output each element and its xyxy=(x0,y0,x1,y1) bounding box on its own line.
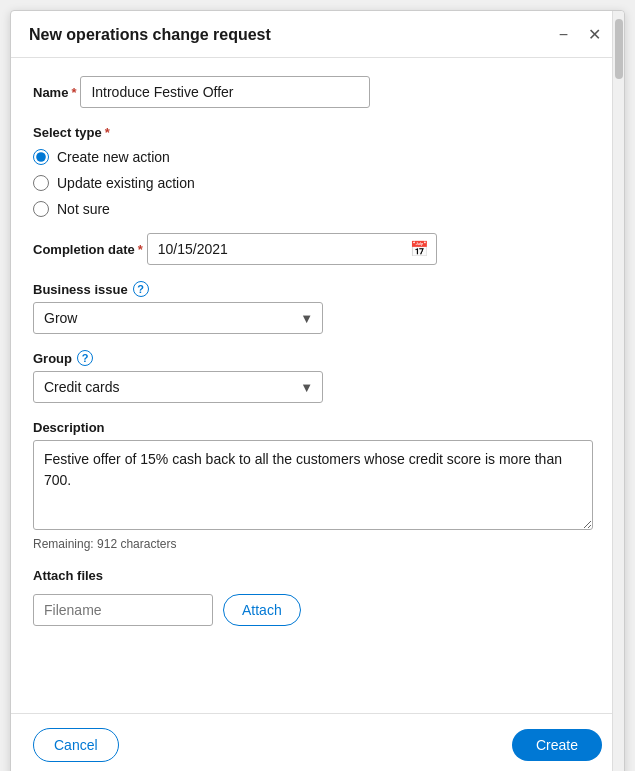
dialog-container: New operations change request − ✕ Name *… xyxy=(10,10,625,771)
dialog-footer: Cancel Create xyxy=(11,713,624,771)
business-issue-group: Business issue ? Grow Retain Acquire ▼ xyxy=(33,281,602,334)
cancel-button[interactable]: Cancel xyxy=(33,728,119,762)
header-actions: − ✕ xyxy=(554,25,606,45)
name-field-group: Name * xyxy=(33,76,602,108)
group-select-wrapper: Credit cards Loans Deposits ▼ xyxy=(33,371,323,403)
scrollbar-track xyxy=(612,11,624,771)
attach-files-section: Attach files Attach xyxy=(33,567,602,626)
name-label: Name * xyxy=(33,85,76,100)
dialog-header: New operations change request − ✕ xyxy=(11,11,624,58)
radio-update-existing[interactable]: Update existing action xyxy=(33,175,602,191)
dialog-title: New operations change request xyxy=(29,26,271,44)
close-button[interactable]: ✕ xyxy=(583,25,606,45)
radio-update-existing-input[interactable] xyxy=(33,175,49,191)
business-issue-help-icon[interactable]: ? xyxy=(133,281,149,297)
radio-not-sure[interactable]: Not sure xyxy=(33,201,602,217)
attach-button[interactable]: Attach xyxy=(223,594,301,626)
attach-files-label: Attach files xyxy=(33,568,103,583)
select-type-label: Select type * xyxy=(33,125,110,140)
business-issue-select-wrapper: Grow Retain Acquire ▼ xyxy=(33,302,323,334)
radio-create-new[interactable]: Create new action xyxy=(33,149,602,165)
completion-date-label: Completion date * xyxy=(33,242,143,257)
completion-date-group: Completion date * 📅 xyxy=(33,233,602,265)
dialog-body: Name * Select type * Create new action U… xyxy=(11,58,624,713)
filename-input[interactable] xyxy=(33,594,213,626)
group-group: Group ? Credit cards Loans Deposits ▼ xyxy=(33,350,602,403)
radio-create-new-input[interactable] xyxy=(33,149,49,165)
description-group: Description Festive offer of 15% cash ba… xyxy=(33,419,602,551)
name-input[interactable] xyxy=(80,76,370,108)
remaining-characters: Remaining: 912 characters xyxy=(33,537,602,551)
select-type-group: Select type * Create new action Update e… xyxy=(33,124,602,217)
group-label-row: Group ? xyxy=(33,350,602,366)
business-issue-label-row: Business issue ? xyxy=(33,281,602,297)
description-textarea[interactable]: Festive offer of 15% cash back to all th… xyxy=(33,440,593,530)
minimize-button[interactable]: − xyxy=(554,25,573,45)
scrollbar-thumb[interactable] xyxy=(615,19,623,79)
create-button[interactable]: Create xyxy=(512,729,602,761)
description-label: Description xyxy=(33,420,105,435)
group-select[interactable]: Credit cards Loans Deposits xyxy=(33,371,323,403)
date-input-wrapper: 📅 xyxy=(147,233,437,265)
calendar-icon[interactable]: 📅 xyxy=(410,240,429,258)
business-issue-select[interactable]: Grow Retain Acquire xyxy=(33,302,323,334)
group-help-icon[interactable]: ? xyxy=(77,350,93,366)
attach-row: Attach xyxy=(33,594,602,626)
radio-group: Create new action Update existing action… xyxy=(33,149,602,217)
date-input[interactable] xyxy=(147,233,437,265)
radio-not-sure-input[interactable] xyxy=(33,201,49,217)
